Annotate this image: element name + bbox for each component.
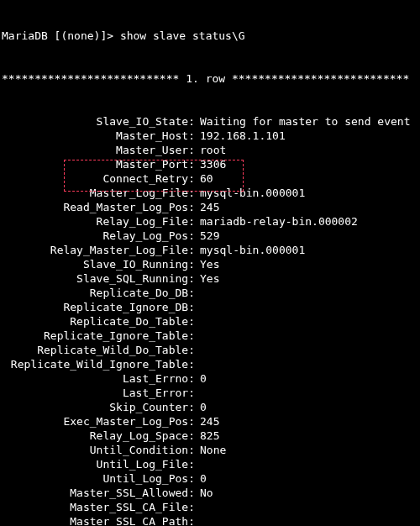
field-label: Master_Port: [2, 157, 200, 171]
field-label: Slave_IO_State: [2, 114, 200, 129]
status-row: Slave_IO_Running:Yes [2, 257, 418, 271]
field-label: Relay_Log_Pos: [2, 229, 200, 243]
field-label: Master_User: [2, 143, 200, 157]
field-label: Master_Log_File: [2, 186, 200, 200]
status-row: Until_Condition:None [2, 443, 418, 457]
field-label: Slave_IO_Running: [2, 257, 200, 271]
field-label: Master_Host: [2, 129, 200, 143]
field-value: 245 [200, 200, 219, 214]
status-row: Master_SSL_CA_Path: [2, 514, 418, 526]
status-row: Master_SSL_Allowed:No [2, 486, 418, 500]
field-value: 825 [200, 429, 219, 443]
field-label: Master_SSL_Allowed: [2, 486, 200, 500]
status-row: Relay_Log_Space:825 [2, 429, 418, 443]
status-row: Last_Errno:0 [2, 371, 418, 386]
status-row: Master_Port:3306 [2, 157, 418, 171]
status-row: Relay_Log_File:mariadb-relay-bin.000002 [2, 214, 418, 229]
field-value: mysql-bin.000001 [200, 186, 305, 200]
status-row: Last_Error: [2, 386, 418, 400]
field-label: Replicate_Wild_Ignore_Table: [2, 357, 200, 371]
field-value: 529 [200, 229, 219, 243]
status-row: Relay_Log_Pos:529 [2, 229, 418, 243]
field-value: None [200, 443, 226, 457]
status-row: Slave_SQL_Running:Yes [2, 271, 418, 286]
field-value: Yes [200, 271, 219, 286]
field-label: Slave_SQL_Running: [2, 271, 200, 286]
status-row: Master_User:root [2, 143, 418, 157]
status-row: Connect_Retry:60 [2, 171, 418, 186]
field-value: 0 [200, 471, 207, 486]
field-value: Yes [200, 257, 219, 271]
field-label: Until_Condition: [2, 443, 200, 457]
field-label: Until_Log_File: [2, 457, 200, 471]
status-row: Read_Master_Log_Pos:245 [2, 200, 418, 214]
field-value: 245 [200, 414, 219, 429]
status-row: Relay_Master_Log_File:mysql-bin.000001 [2, 243, 418, 257]
field-label: Relay_Log_File: [2, 214, 200, 229]
status-row: Master_Host:192.168.1.101 [2, 129, 418, 143]
field-value: No [200, 486, 213, 500]
field-label: Replicate_Do_Table: [2, 314, 200, 329]
status-fields: Slave_IO_State:Waiting for master to sen… [2, 114, 418, 526]
field-label: Skip_Counter: [2, 400, 200, 414]
status-row: Replicate_Wild_Ignore_Table: [2, 357, 418, 371]
status-row: Until_Log_File: [2, 457, 418, 471]
field-label: Last_Errno: [2, 371, 200, 386]
field-value: 0 [200, 371, 207, 386]
status-row: Until_Log_Pos:0 [2, 471, 418, 486]
prompt-line: MariaDB [(none)]> show slave status\G [2, 29, 418, 43]
field-label: Read_Master_Log_Pos: [2, 200, 200, 214]
status-row: Master_SSL_CA_File: [2, 500, 418, 514]
status-row: Replicate_Wild_Do_Table: [2, 343, 418, 357]
field-label: Replicate_Do_DB: [2, 286, 200, 300]
field-label: Relay_Master_Log_File: [2, 243, 200, 257]
field-label: Master_SSL_CA_Path: [2, 514, 200, 526]
field-value: 0 [200, 400, 207, 414]
field-label: Replicate_Wild_Do_Table: [2, 343, 200, 357]
status-row: Exec_Master_Log_Pos:245 [2, 414, 418, 429]
field-label: Connect_Retry: [2, 171, 200, 186]
field-value: root [200, 143, 226, 157]
status-row: Skip_Counter:0 [2, 400, 418, 414]
field-label: Relay_Log_Space: [2, 429, 200, 443]
field-label: Replicate_Ignore_DB: [2, 300, 200, 314]
field-label: Master_SSL_CA_File: [2, 500, 200, 514]
row-header: *************************** 1. row *****… [2, 71, 418, 86]
status-row: Master_Log_File:mysql-bin.000001 [2, 186, 418, 200]
field-value: 192.168.1.101 [200, 129, 286, 143]
field-value: mariadb-relay-bin.000002 [200, 214, 358, 229]
field-value: Waiting for master to send event [200, 114, 410, 129]
field-value: 3306 [200, 157, 226, 171]
status-row: Replicate_Do_DB: [2, 286, 418, 300]
status-row: Slave_IO_State:Waiting for master to sen… [2, 114, 418, 129]
field-label: Last_Error: [2, 386, 200, 400]
status-row: Replicate_Ignore_DB: [2, 300, 418, 314]
field-value: 60 [200, 171, 213, 186]
field-label: Exec_Master_Log_Pos: [2, 414, 200, 429]
field-value: mysql-bin.000001 [200, 243, 305, 257]
field-label: Until_Log_Pos: [2, 471, 200, 486]
status-row: Replicate_Ignore_Table: [2, 329, 418, 343]
status-row: Replicate_Do_Table: [2, 314, 418, 329]
field-label: Replicate_Ignore_Table: [2, 329, 200, 343]
terminal-output: MariaDB [(none)]> show slave status\G **… [0, 0, 420, 526]
